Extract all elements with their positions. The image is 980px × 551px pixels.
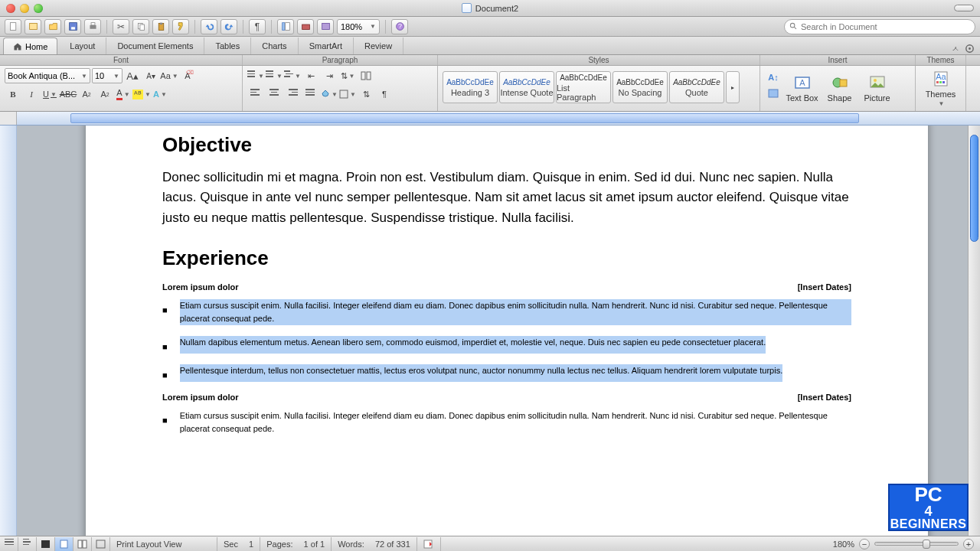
page[interactable]: Objective Donec sollicitudin mi et magna… xyxy=(86,126,928,536)
increase-indent-button[interactable]: ⇥ xyxy=(321,68,338,83)
search-field[interactable] xyxy=(784,19,975,34)
multilevel-list-button[interactable]: ▼ xyxy=(284,68,301,83)
new-doc-button[interactable] xyxy=(5,19,21,34)
toolbox-button[interactable] xyxy=(297,19,314,34)
exp1-bullet-1[interactable]: Etiam cursus suscipit enim. Nulla facili… xyxy=(180,299,851,325)
help-button[interactable]: ? xyxy=(391,19,408,34)
borders-button[interactable]: ▼ xyxy=(339,86,356,102)
font-size-combo[interactable]: 10▼ xyxy=(92,68,122,83)
ribbon-expand-icon[interactable]: ㅅ xyxy=(952,44,959,54)
vertical-ruler[interactable] xyxy=(0,126,17,536)
view-outline-button[interactable] xyxy=(18,537,37,551)
scrollbar-thumb[interactable] xyxy=(970,135,978,242)
strikethrough-button[interactable]: ABC xyxy=(60,86,77,102)
highlight-button[interactable]: ᴬᴮ▼ xyxy=(133,86,150,102)
exp1-bullets[interactable]: Etiam cursus suscipit enim. Nulla facili… xyxy=(162,299,851,382)
exp1-dates[interactable]: [Insert Dates] xyxy=(798,282,851,292)
cut-button[interactable]: ✂ xyxy=(113,19,129,34)
status-zoom-value[interactable]: 180% xyxy=(833,540,854,549)
clear-formatting-button[interactable]: A⌫ xyxy=(179,68,196,83)
show-marks-button[interactable]: ¶ xyxy=(376,86,393,102)
view-fullscreen-button[interactable] xyxy=(92,537,110,551)
exp1-bullet-3[interactable]: Pellentesque interdum, tellus non consec… xyxy=(180,364,783,382)
tab-document-elements[interactable]: Document Elements xyxy=(106,37,204,54)
decrease-indent-button[interactable]: ⇤ xyxy=(302,68,319,83)
change-case-button[interactable]: Aa▼ xyxy=(161,68,178,83)
print-button[interactable] xyxy=(84,19,101,34)
bullets-button[interactable]: ▼ xyxy=(247,68,264,83)
zoom-combo[interactable]: 180%▼ xyxy=(337,19,380,34)
format-painter-button[interactable] xyxy=(172,19,189,34)
exp2-bullet-1[interactable]: Etiam cursus suscipit enim. Nulla facili… xyxy=(180,409,851,435)
subscript-button[interactable]: A2 xyxy=(96,86,113,102)
view-draft-button[interactable] xyxy=(0,537,18,551)
view-print-layout-button[interactable] xyxy=(55,537,74,551)
status-pages[interactable]: Pages: 1 of 1 xyxy=(260,537,332,551)
insert-shape-button[interactable]: Shape xyxy=(822,69,857,107)
italic-button[interactable]: I xyxy=(23,86,40,102)
tab-layout[interactable]: Layout xyxy=(59,37,106,54)
experience-2-header[interactable]: Lorem ipsum dolor [Insert Dates] xyxy=(162,393,851,402)
undo-button[interactable] xyxy=(201,19,217,34)
text-effects-button[interactable]: A▼ xyxy=(152,86,168,102)
exp2-title[interactable]: Lorem ipsum dolor xyxy=(162,393,239,402)
save-button[interactable] xyxy=(64,19,81,34)
exp1-title[interactable]: Lorem ipsum dolor xyxy=(162,282,239,292)
zoom-slider[interactable] xyxy=(874,542,959,546)
status-words[interactable]: Words: 72 of 331 xyxy=(332,537,417,551)
tab-smartart[interactable]: SmartArt xyxy=(299,37,354,54)
font-color-button[interactable]: A▼ xyxy=(115,86,132,102)
columns-button[interactable] xyxy=(358,68,374,83)
paste-button[interactable] xyxy=(152,19,169,34)
align-right-button[interactable] xyxy=(284,86,301,102)
tab-review[interactable]: Review xyxy=(354,37,403,54)
media-browser-button[interactable] xyxy=(317,19,334,34)
line-spacing-button[interactable]: ⇅▼ xyxy=(339,68,356,83)
style-list-paragraph[interactable]: AaBbCcDdEeList Paragraph xyxy=(556,71,611,103)
vertical-scrollbar[interactable] xyxy=(968,126,980,536)
tab-charts[interactable]: Charts xyxy=(251,37,298,54)
exp2-dates[interactable]: [Insert Dates] xyxy=(798,393,851,402)
experience-1-header[interactable]: Lorem ipsum dolor [Insert Dates] xyxy=(162,282,851,292)
align-left-button[interactable] xyxy=(247,86,264,102)
insert-small-2[interactable] xyxy=(765,86,782,101)
tab-home[interactable]: Home xyxy=(3,37,57,54)
shrink-font-button[interactable]: A▾ xyxy=(142,68,159,83)
status-section[interactable]: Sec 1 xyxy=(217,537,260,551)
style-heading3[interactable]: AaBbCcDdEeHeading 3 xyxy=(443,71,498,103)
copy-button[interactable] xyxy=(132,19,149,34)
themes-button[interactable]: AaThemes▼ xyxy=(923,69,958,107)
objective-paragraph[interactable]: Donec sollicitudin mi et magna. Proin no… xyxy=(162,168,851,228)
underline-button[interactable]: U▼ xyxy=(41,86,58,102)
align-center-button[interactable] xyxy=(266,86,283,102)
style-intense-quote[interactable]: AaBbCcDdEeIntense Quote xyxy=(499,71,554,103)
style-no-spacing[interactable]: AaBbCcDdEeNo Spacing xyxy=(612,71,668,103)
insert-small-1[interactable]: A↕ xyxy=(765,70,782,85)
style-quote[interactable]: AaBbCcDdEeQuote xyxy=(669,71,724,103)
exp1-bullet-2[interactable]: Nullam dapibus elementum metus. Aenean l… xyxy=(180,336,766,354)
bold-button[interactable]: B xyxy=(5,86,21,102)
shading-button[interactable]: ▼ xyxy=(321,86,338,102)
status-spell[interactable] xyxy=(417,537,441,551)
gear-icon[interactable] xyxy=(964,43,975,54)
show-formatting-button[interactable]: ¶ xyxy=(249,19,266,34)
open-template-button[interactable] xyxy=(24,19,41,34)
open-button[interactable] xyxy=(44,19,61,34)
justify-button[interactable] xyxy=(302,86,319,102)
sidebar-toggle-button[interactable] xyxy=(277,19,294,34)
sort-button[interactable]: ⇅ xyxy=(358,86,374,102)
search-input[interactable] xyxy=(801,22,970,31)
insert-textbox-button[interactable]: AText Box xyxy=(785,69,819,107)
grow-font-button[interactable]: A▴ xyxy=(124,68,141,83)
exp2-bullets[interactable]: Etiam cursus suscipit enim. Nulla facili… xyxy=(162,409,851,435)
insert-picture-button[interactable]: Picture xyxy=(860,69,894,107)
document-area[interactable]: Objective Donec sollicitudin mi et magna… xyxy=(17,126,968,536)
view-notebook-button[interactable] xyxy=(74,537,92,551)
heading-experience[interactable]: Experience xyxy=(162,246,851,270)
view-publishing-button[interactable] xyxy=(37,537,55,551)
zoom-out-button[interactable]: − xyxy=(859,539,870,549)
numbering-button[interactable]: ▼ xyxy=(266,68,283,83)
zoom-slider-knob[interactable] xyxy=(923,540,930,549)
tab-tables[interactable]: Tables xyxy=(204,37,251,54)
horizontal-ruler[interactable] xyxy=(0,112,980,126)
